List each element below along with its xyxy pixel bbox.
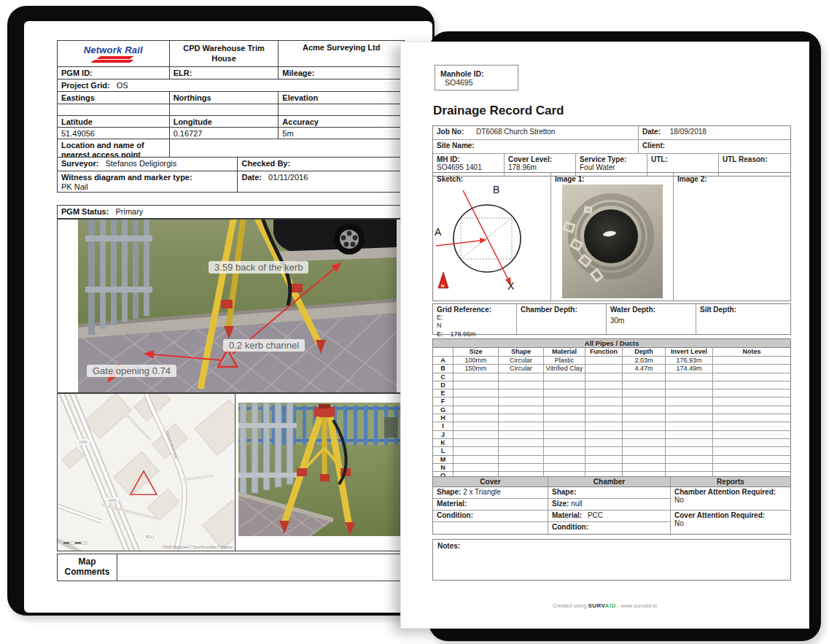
pipe-cell-depth bbox=[623, 381, 666, 389]
pipe-cell-depth bbox=[623, 389, 666, 397]
pipes-col-material: Material bbox=[544, 348, 585, 357]
map-comments-value bbox=[117, 554, 404, 581]
cover-level-label: Cover Level: bbox=[508, 155, 572, 163]
pipe-cell-depth bbox=[623, 447, 666, 455]
survaid-logo-dark: SURV bbox=[588, 602, 605, 609]
pipe-cell-invert bbox=[666, 439, 713, 447]
pipe-cell-invert bbox=[666, 381, 713, 389]
job-no-value: DT6068 Church Stretton bbox=[476, 128, 555, 136]
job-info-table: Job No: DT6068 Church Stretton Date: 18/… bbox=[432, 125, 791, 176]
witness-label: Witness diagram and marker type: bbox=[61, 173, 233, 182]
map-comments-row: Map Comments bbox=[57, 554, 405, 581]
pipe-cell-depth bbox=[623, 373, 666, 381]
mh-id-label: MH ID: bbox=[437, 155, 500, 163]
pipe-row: D bbox=[433, 381, 790, 389]
network-rail-logo: Network Rail bbox=[61, 42, 166, 65]
left-device-frame: Network Rail CPD Warehouse Trim House Ac… bbox=[7, 6, 435, 616]
witness-cell: Witness diagram and marker type: PK Nail bbox=[58, 171, 238, 193]
sketch-point-b: B bbox=[493, 184, 499, 195]
pipe-cell-size bbox=[454, 389, 499, 397]
image1-label: Image 1: bbox=[555, 175, 669, 183]
pipe-cell-invert bbox=[666, 373, 713, 381]
pipes-col-function: Function bbox=[585, 348, 623, 357]
pipe-cell-function bbox=[585, 389, 623, 397]
pipe-row: C bbox=[433, 373, 790, 381]
water-depth-label: Water Depth: bbox=[610, 306, 692, 314]
manhole-id-label: Manhole ID: bbox=[440, 69, 484, 78]
chamber-material-cell: Material: PCC bbox=[548, 511, 670, 522]
pipe-cell-function bbox=[585, 464, 623, 472]
pgm-status-value: Primary bbox=[115, 207, 143, 216]
pipe-cell-depth bbox=[623, 456, 666, 464]
cover-chamber-reports-table: Cover Chamber Reports Shape: 2 x Triangl… bbox=[432, 476, 791, 535]
witness-photo: 3.59 back of the kerb 0.2 kerb channel G… bbox=[78, 220, 397, 392]
pipe-cell-function bbox=[585, 365, 623, 373]
site-title: CPD Warehouse Trim House bbox=[170, 41, 279, 67]
image1-cell: Image 1: bbox=[551, 173, 674, 300]
pipe-cell-size bbox=[454, 447, 499, 455]
pipe-cell-shape bbox=[499, 389, 544, 397]
pipe-row-letter: D bbox=[433, 381, 454, 389]
pipe-row-letter: B bbox=[433, 365, 454, 373]
pipe-cell-depth bbox=[623, 422, 666, 430]
chamber-depth-cell: Chamber Depth: bbox=[517, 304, 607, 334]
pipe-row-letter: M bbox=[433, 456, 454, 464]
pipe-cell-size: 100mm bbox=[454, 357, 499, 365]
pipe-row-letter: J bbox=[433, 431, 454, 439]
pipe-cell-size: 150mm bbox=[454, 365, 499, 373]
pipes-table: Size Shape Material Function Depth Inver… bbox=[432, 347, 791, 481]
chamber-depth-label: Chamber Depth: bbox=[521, 306, 602, 314]
pipe-cell-size bbox=[454, 397, 499, 406]
pipe-row-letter: L bbox=[433, 447, 454, 455]
pipe-cell-notes bbox=[713, 406, 790, 414]
pipe-cell-size bbox=[454, 431, 499, 439]
elevation-header: Elevation bbox=[279, 92, 405, 104]
pipe-row: L bbox=[433, 447, 790, 455]
pipe-cell-notes bbox=[713, 414, 790, 422]
pipe-cell-material bbox=[544, 422, 585, 430]
pipe-row-letter: A bbox=[433, 357, 454, 365]
pipe-row-letter: C bbox=[433, 373, 454, 381]
witness-photo-cell: 3.59 back of the kerb 0.2 kerb channel G… bbox=[57, 219, 405, 393]
pipe-row: N bbox=[433, 464, 790, 472]
pipe-cell-depth bbox=[623, 397, 666, 406]
pipe-cell-material: Plastic bbox=[544, 357, 585, 365]
location-map: A206 A206 B213 Church Manorway bbox=[58, 394, 236, 551]
pipe-cell-notes bbox=[713, 397, 790, 406]
pipe-cell-shape: Circular bbox=[499, 357, 544, 365]
pipe-cell-shape bbox=[499, 414, 544, 422]
pipe-cell-shape bbox=[499, 397, 544, 406]
job-no-cell: Job No: DT6068 Church Stretton bbox=[433, 126, 639, 139]
pipe-cell-invert bbox=[666, 447, 713, 455]
date-cell-right: Date: 18/09/2018 bbox=[639, 126, 790, 139]
pipe-row-letter: I bbox=[433, 422, 454, 430]
pipe-cell-size bbox=[454, 414, 499, 422]
chamber-condition-cell: Condition: bbox=[548, 522, 670, 534]
service-type-label: Service Type: bbox=[580, 155, 643, 163]
r-date-value: 18/09/2018 bbox=[670, 128, 707, 136]
location-value bbox=[170, 139, 405, 158]
notes-box: Notes: bbox=[432, 539, 791, 581]
ccr-header-cover: Cover bbox=[433, 477, 548, 486]
pipe-cell-material bbox=[544, 447, 585, 455]
manhole-id-box: Manhole ID: SO4695 bbox=[435, 65, 518, 90]
composite-image: Network Rail CPD Warehouse Trim House Ac… bbox=[0, 0, 829, 644]
pipe-cell-notes bbox=[713, 447, 790, 455]
pipes-section-title: All Pipes / Ducts bbox=[432, 338, 791, 347]
pipe-cell-depth bbox=[623, 406, 666, 414]
northings-value bbox=[170, 104, 279, 116]
survaid-logo-green: AID bbox=[605, 602, 616, 609]
ccr-header-chamber: Chamber bbox=[548, 477, 671, 486]
pipe-row-letter: N bbox=[433, 464, 454, 472]
water-depth-cell: Water Depth: 30m bbox=[607, 304, 696, 334]
grid-reference-row: Grid Reference: E: N E: 178.96m Chamber … bbox=[432, 303, 791, 335]
service-type-value: Foul Water bbox=[580, 163, 615, 171]
latitude-header: Latitude bbox=[58, 116, 170, 128]
pipe-cell-notes bbox=[713, 464, 790, 472]
pipe-cell-function bbox=[585, 357, 623, 365]
checked-by-label: Checked By: bbox=[241, 159, 290, 168]
pipe-cell-invert: 176.93m bbox=[666, 357, 713, 365]
date-value: 01/11/2016 bbox=[268, 173, 308, 182]
cover-shape-cell: Shape: 2 x Triangle bbox=[433, 487, 548, 499]
pipe-cell-shape bbox=[499, 381, 544, 389]
